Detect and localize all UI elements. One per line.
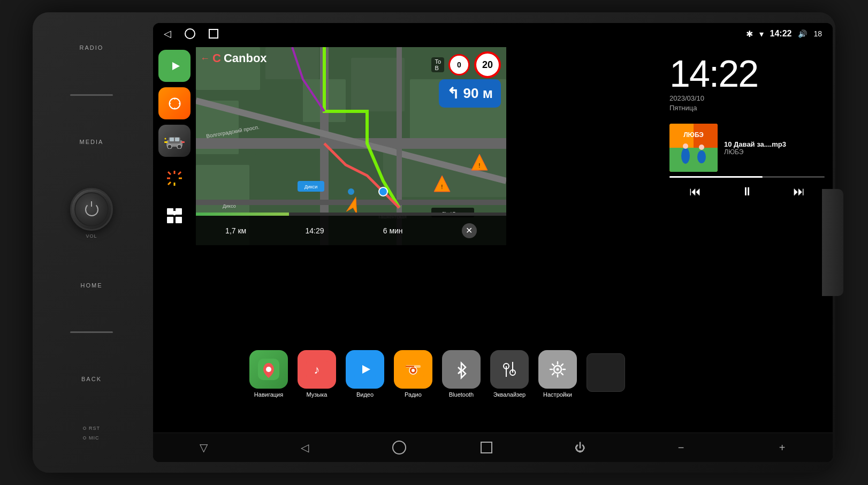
bottom-nav-power[interactable]: ⏻ (567, 437, 593, 458)
video-label: Видео (356, 391, 374, 398)
album-art-image: ЛЮБЭ (669, 124, 718, 172)
music-widget: ЛЮБЭ 10 Давай за....mp3 (669, 124, 825, 201)
svg-point-93 (681, 148, 690, 164)
music-progress-bar[interactable] (669, 176, 825, 178)
svg-point-96 (699, 145, 704, 150)
status-icons: ✱ ▾ 14:22 🔊 18 (746, 29, 823, 39)
volume-level: 18 (813, 29, 822, 38)
svg-text:Дикси: Дикси (304, 184, 318, 190)
music-controls: ⏮ ⏸ ⏭ (669, 182, 825, 201)
svg-point-55 (379, 187, 387, 196)
dock-radio[interactable]: Радио (394, 350, 432, 398)
right-protrusion (822, 189, 843, 296)
svg-point-94 (683, 143, 688, 149)
bottom-nav-recent[interactable] (481, 442, 492, 453)
bottom-nav-plus[interactable]: + (768, 437, 795, 458)
dock-bluetooth[interactable]: Bluetooth (442, 350, 481, 398)
dock-empty (587, 353, 625, 395)
svg-text:!: ! (441, 184, 443, 190)
equalizer-label: Эквалайзер (493, 391, 526, 398)
bottom-nav-back[interactable]: ◁ (291, 437, 318, 458)
navigation-icon (249, 350, 288, 389)
dock-settings[interactable]: Настройки (538, 350, 577, 398)
bottom-nav-minus[interactable]: − (668, 437, 695, 458)
app-dock: Навигация ♪ Музыка (239, 344, 661, 403)
direction-arrow-icon: ↰ (447, 85, 459, 102)
carplay-app-icon[interactable] (158, 50, 191, 82)
back-button[interactable]: ◁ (164, 28, 171, 40)
bluetooth-status-icon: ✱ (746, 29, 753, 39)
next-button[interactable]: ⏭ (790, 182, 808, 201)
clock-display: 14:22 (669, 55, 825, 93)
home-label: HOME (81, 282, 103, 289)
svg-point-4 (172, 101, 177, 105)
left-app-icons (153, 44, 196, 433)
map-bottom-bar: 1,7 км 14:29 6 мин ✕ (196, 216, 506, 245)
svg-rect-73 (499, 359, 520, 380)
bluetooth-label: Bluetooth (449, 391, 474, 398)
music-app-icon[interactable] (158, 87, 191, 119)
video-icon (346, 350, 384, 389)
dock-navigation[interactable]: Навигация (249, 350, 288, 398)
svg-point-80 (557, 368, 559, 370)
music-info-row: ЛЮБЭ 10 Давай за....mp3 (669, 124, 825, 172)
car-app-icon[interactable] (158, 125, 191, 157)
svg-rect-12 (175, 138, 179, 141)
navigation-label: Навигация (254, 391, 283, 398)
day-display: Пятница (669, 103, 825, 113)
nav-distance: 1,7 км (225, 226, 246, 235)
dock-music[interactable]: ♪ Музыка (298, 350, 336, 398)
date-display: 2023/03/10 (669, 94, 825, 103)
svg-rect-16 (181, 141, 185, 143)
prev-button[interactable]: ⏮ (687, 182, 704, 201)
svg-point-69 (412, 369, 415, 372)
speed-limit-badge: 20 (474, 51, 501, 78)
power-icon (85, 203, 98, 216)
svg-point-62 (266, 367, 271, 372)
bottom-nav-home[interactable] (392, 441, 406, 454)
nav-eta-time: 14:29 (305, 226, 324, 235)
svg-text:!: ! (479, 163, 481, 169)
pause-button[interactable]: ⏸ (738, 182, 756, 201)
home-slider[interactable] (70, 331, 113, 333)
power-knob[interactable] (70, 188, 113, 231)
left-physical-panel: RADIO MEDIA VOL HOME BACK RST MIC (33, 12, 150, 473)
nav-eta-minutes: 6 мин (383, 226, 403, 235)
grid-app-icon[interactable] (158, 200, 191, 232)
mic-dot (83, 436, 86, 439)
equalizer-icon (490, 350, 529, 389)
svg-rect-32 (265, 47, 319, 79)
sunburst-app-icon[interactable] (158, 162, 191, 194)
map-close-button[interactable]: ✕ (462, 223, 477, 238)
map-container[interactable]: Волгоградский просп. Ташкентская Диксо !… (196, 47, 506, 245)
svg-point-14 (177, 145, 181, 149)
recent-button[interactable] (209, 29, 218, 39)
bottom-nav-down[interactable]: ▽ (190, 437, 217, 458)
svg-text:Диксо: Диксо (223, 203, 236, 209)
music-progress-fill (669, 176, 763, 178)
right-info-panel: 14:22 2023/03/10 Пятница (661, 44, 833, 433)
content-area: Волгоградский просп. Ташкентская Диксо !… (153, 44, 833, 433)
album-art: ЛЮБЭ (669, 124, 718, 172)
dock-equalizer[interactable]: Эквалайзер (490, 350, 529, 398)
car-unit: RADIO MEDIA VOL HOME BACK RST MIC (33, 12, 835, 473)
bluetooth-icon (442, 350, 481, 389)
volume-icon: 🔊 (798, 29, 807, 38)
radio-label: Радио (405, 391, 422, 398)
back-label: BACK (81, 376, 102, 382)
radio-icon (394, 350, 432, 389)
svg-text:ЛЮБЭ: ЛЮБЭ (683, 131, 704, 139)
vol-label: VOL (86, 233, 97, 239)
speed-info: To В 0 20 (431, 51, 501, 78)
svg-text:♪: ♪ (314, 363, 320, 376)
radio-slider[interactable] (70, 94, 113, 96)
svg-rect-15 (164, 141, 167, 143)
rst-dot (83, 427, 86, 430)
bottom-nav-bar: ▽ ◁ ⏻ − + (153, 433, 833, 462)
settings-label: Настройки (543, 391, 572, 398)
nav-to-label: To В (431, 57, 444, 72)
center-panel: Волгоградский просп. Ташкентская Диксо !… (196, 44, 661, 433)
dock-video[interactable]: Видео (346, 350, 384, 398)
home-button[interactable] (185, 28, 195, 39)
direction-box: ↰ 90 м (439, 79, 501, 108)
